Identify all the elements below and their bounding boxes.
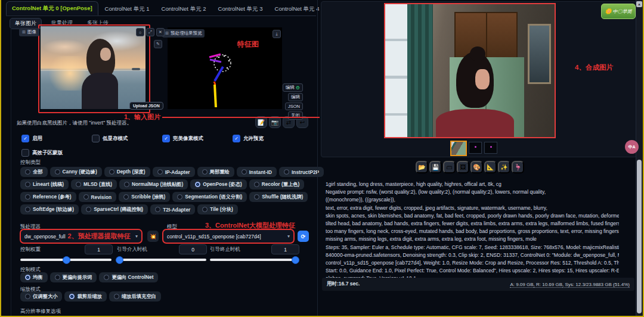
translate-float-button[interactable]: 中A [625, 140, 639, 154]
guidance-end-label: 引导终止时机 [210, 246, 240, 253]
control-type-2[interactable]: Depth (深度) [104, 167, 150, 177]
refresh-models-button[interactable]: ⟳ [298, 231, 309, 242]
control-type-0[interactable]: Reference (参考) [20, 192, 76, 202]
control-mode-0[interactable]: 均衡 [20, 272, 48, 282]
status-bar: 用时:16.7 sec. A: 9.09 GBR: 10.69 GBSys: 1… [322, 278, 634, 291]
control-type-3[interactable]: OpenPose (姿态) [190, 179, 246, 189]
checkbox-1[interactable]: 低显存模式 [92, 135, 162, 142]
send-upscale-button[interactable]: 🦩 [512, 161, 524, 173]
checkbox-label: 启用 [32, 135, 42, 142]
webcam-button[interactable]: 📷 [269, 116, 281, 128]
control-type-4[interactable]: Recolor (重上色) [249, 179, 305, 189]
generated-image[interactable] [384, 3, 556, 138]
hires-fix-button[interactable]: ✨ [498, 161, 510, 173]
tab-controlnet-unit-0[interactable]: ControlNet 单元 0 [OpenPose] [6, 1, 98, 15]
generated-image-scene [385, 4, 555, 137]
radio-icon [86, 207, 91, 212]
save-zip-button[interactable]: 🗃 [443, 161, 456, 173]
thumbnail-pose-2[interactable] [484, 142, 497, 154]
control-type-4[interactable]: 局部重绘 [197, 167, 234, 177]
control-type-3[interactable]: Tile (分块) [197, 204, 238, 215]
weight-value[interactable]: 1 [85, 244, 113, 254]
control-type-3[interactable]: IP-Adapter [153, 167, 195, 177]
save-button[interactable]: 💾 [429, 161, 442, 173]
hires-section-label: 高分辨率修复选项 [20, 308, 61, 315]
run-preprocessor-button[interactable]: 💥 [147, 231, 159, 242]
model-dropdown[interactable]: control_v11p_sd15_openpose [cab727d4] ▾ [162, 229, 295, 244]
option-label: T2I-Adapter [163, 207, 190, 213]
option-label: Instant-ID [249, 169, 272, 175]
close-button[interactable]: 关闭 [288, 111, 303, 120]
scrollbar-thumb[interactable] [637, 160, 642, 313]
edit-pose-button[interactable]: 编辑 ⚙ [283, 83, 303, 92]
image-label: ⊞ 图像 [19, 28, 39, 36]
input-image[interactable] [41, 26, 145, 109]
radio-icon [254, 182, 259, 187]
radio-icon [25, 207, 30, 212]
checkbox-3[interactable]: ✓允许预览 [233, 135, 303, 142]
tab-controlnet-unit-4[interactable]: ControlNet 单元 4 [270, 2, 325, 15]
checkbox-icon [92, 135, 100, 142]
radio-icon [202, 169, 208, 175]
edit-button[interactable]: 编辑 [288, 93, 303, 101]
invert-note: 如果使用白底黑线图片，请使用 "invert" 预处理器。 [17, 120, 132, 127]
thumbnail-pose-1[interactable] [469, 142, 482, 154]
tab-controlnet-unit-3[interactable]: ControlNet 单元 3 [213, 2, 268, 15]
download-icon[interactable]: ⤓ [273, 30, 281, 38]
resize-mode-0[interactable]: 仅调整大小 [20, 291, 62, 302]
elapsed-time: 用时:16.7 sec. [327, 281, 360, 288]
control-mode-1[interactable]: 更偏向提示词 [50, 272, 97, 282]
resize-mode-2[interactable]: 缩放后填充空白 [109, 291, 161, 302]
expand-icon[interactable]: ⤢ [146, 28, 154, 36]
checkbox-mask-region[interactable]: 高效子区蒙版 [21, 149, 63, 157]
resize-mode-1[interactable]: 裁剪后缩放 [64, 291, 106, 302]
guidance-end-value[interactable]: 1 [271, 244, 299, 254]
control-type-2[interactable]: Scribble (涂鸦) [119, 192, 170, 202]
control-type-0[interactable]: Lineart (线稿) [20, 179, 69, 189]
stable-diffusion-webui: ControlNet 单元 0 [OpenPose]ControlNet 单元 … [0, 0, 644, 317]
json-button[interactable]: JSON [285, 102, 303, 110]
control-type-0[interactable]: 全部 [20, 167, 48, 177]
control-type-0[interactable]: SoftEdge (软边缘) [20, 204, 79, 215]
upload-json-button[interactable]: Upload JSON [129, 102, 163, 110]
preprocessor-preview[interactable] [168, 27, 282, 109]
scroll-up-arrow[interactable]: ▲ [636, 1, 642, 7]
edit-pencil-icon[interactable]: ✎ [154, 40, 162, 48]
preprocessor-dropdown[interactable]: dw_openpose_full 2、预处理器提取特征 ▾ [20, 229, 143, 244]
tab-controlnet-unit-2[interactable]: ControlNet 单元 2 [156, 2, 212, 15]
control-mode-2[interactable]: 更偏向 ControlNet [99, 272, 158, 282]
slider-thumb[interactable] [63, 256, 70, 264]
checkbox-icon: ✓ [162, 135, 170, 142]
weight-slider[interactable] [20, 259, 112, 261]
checkbox-2[interactable]: ✓完美像素模式 [162, 135, 233, 142]
control-type-2[interactable]: T2I-Adapter [150, 204, 195, 215]
option-label: InstructP2P [292, 169, 319, 175]
slider-thumb[interactable] [116, 256, 123, 264]
option-label: Lineart (线稿) [33, 181, 64, 188]
tab-controlnet-unit-1[interactable]: ControlNet 单元 1 [100, 2, 155, 15]
control-type-1[interactable]: SparseCtrl (稀疏控制) [81, 204, 148, 215]
thumbnail-selected[interactable] [450, 141, 467, 156]
control-type-1[interactable]: Canny (硬边缘) [50, 167, 102, 177]
open-folder-button[interactable]: 📂 [416, 161, 428, 173]
send-extras-button[interactable]: 🖼 [457, 161, 469, 173]
send-img2img-button[interactable]: 🎨 [470, 161, 483, 173]
radio-icon [177, 194, 182, 200]
control-type-5[interactable]: Instant-ID [237, 167, 277, 177]
slider-thumb[interactable] [292, 256, 299, 264]
control-type-1[interactable]: Revision [79, 192, 117, 202]
new-canvas-button[interactable]: 📝 [255, 116, 267, 128]
control-type-2[interactable]: NormalMap (法线贴图) [119, 179, 188, 189]
send-inpaint-button[interactable]: 📐 [484, 161, 497, 173]
control-type-1[interactable]: MLSD (直线) [71, 179, 117, 189]
radio-icon [25, 169, 30, 175]
reset-icon[interactable]: ○ [136, 28, 144, 36]
guidance-start-value[interactable]: 0 [179, 244, 207, 254]
guidance-end-slider[interactable] [210, 259, 298, 261]
checkbox-0[interactable]: ✓启用 [21, 135, 92, 142]
guidance-start-slider[interactable] [117, 259, 206, 261]
control-type-4[interactable]: Shuffle (随机洗牌) [249, 192, 308, 202]
resize-mode-options: 仅调整大小裁剪后缩放缩放后填充空白 [20, 291, 161, 302]
control-type-3[interactable]: Segmentation (语义分割) [172, 192, 247, 202]
clear-icon[interactable]: ✕ [156, 28, 165, 36]
